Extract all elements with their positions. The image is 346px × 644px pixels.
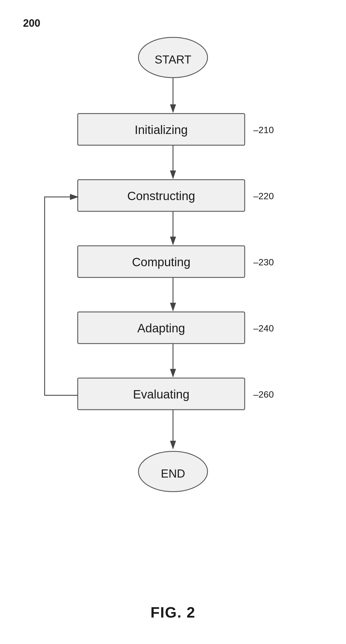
evaluating-label: Evaluating — [133, 388, 189, 401]
flowchart-svg: START Initializing –210 Constructing –22… — [0, 0, 346, 604]
computing-label: Computing — [132, 255, 190, 269]
end-label: END — [161, 467, 185, 480]
initializing-label: Initializing — [135, 123, 188, 137]
feedback-arrow — [45, 197, 78, 395]
ref-220: –220 — [253, 191, 274, 201]
ref-260: –260 — [253, 389, 274, 400]
figure-label: FIG. 2 — [151, 604, 195, 621]
constructing-label: Constructing — [127, 189, 195, 203]
ref-210: –210 — [253, 125, 274, 135]
start-label: START — [155, 53, 191, 66]
adapting-label: Adapting — [137, 321, 185, 335]
ref-240: –240 — [253, 323, 274, 334]
ref-230: –230 — [253, 257, 274, 267]
diagram-container: 200 START Initializing –210 Constructing… — [0, 0, 346, 644]
